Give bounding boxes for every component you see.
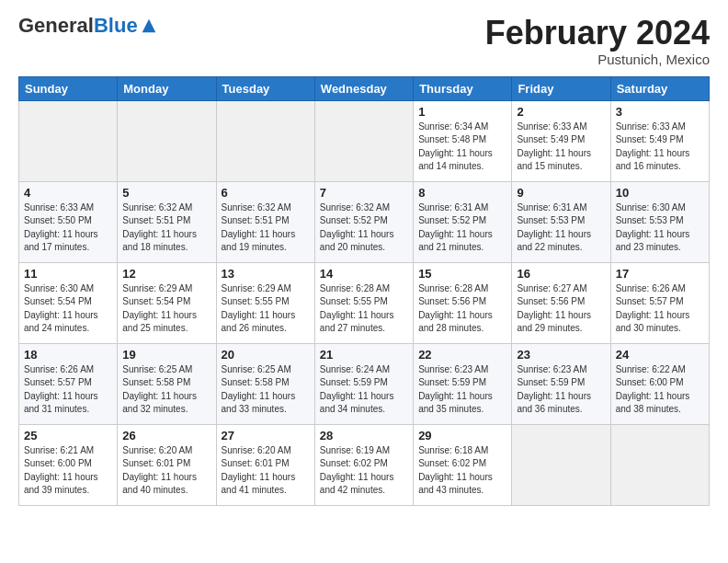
- day-info: Sunrise: 6:30 AM Sunset: 5:54 PM Dayligh…: [24, 282, 112, 336]
- day-number: 6: [222, 186, 310, 200]
- weekday-header-saturday: Saturday: [610, 76, 709, 100]
- day-number: 25: [24, 429, 112, 442]
- day-number: 19: [122, 348, 210, 362]
- calendar-cell: 3Sunrise: 6:33 AM Sunset: 5:49 PM Daylig…: [610, 100, 709, 181]
- day-number: 23: [517, 348, 605, 362]
- day-info: Sunrise: 6:32 AM Sunset: 5:52 PM Dayligh…: [320, 201, 408, 255]
- day-info: Sunrise: 6:33 AM Sunset: 5:50 PM Dayligh…: [24, 201, 112, 255]
- day-number: 20: [222, 348, 310, 362]
- calendar-header-row: SundayMondayTuesdayWednesdayThursdayFrid…: [19, 76, 710, 100]
- logo: GeneralBlue: [18, 15, 159, 37]
- day-number: 28: [320, 429, 408, 442]
- day-info: Sunrise: 6:28 AM Sunset: 5:56 PM Dayligh…: [418, 282, 506, 336]
- calendar-cell: 9Sunrise: 6:31 AM Sunset: 5:53 PM Daylig…: [512, 181, 610, 262]
- weekday-header-wednesday: Wednesday: [314, 76, 413, 100]
- day-info: Sunrise: 6:32 AM Sunset: 5:51 PM Dayligh…: [222, 201, 310, 255]
- day-info: Sunrise: 6:21 AM Sunset: 6:00 PM Dayligh…: [24, 444, 112, 498]
- calendar-cell: [512, 424, 610, 505]
- calendar-week-3: 11Sunrise: 6:30 AM Sunset: 5:54 PM Dayli…: [19, 262, 710, 343]
- day-info: Sunrise: 6:25 AM Sunset: 5:58 PM Dayligh…: [222, 363, 310, 417]
- calendar-cell: 1Sunrise: 6:34 AM Sunset: 5:48 PM Daylig…: [414, 100, 512, 181]
- page: GeneralBlue February 2024 Pustunich, Mex…: [0, 0, 728, 515]
- day-info: Sunrise: 6:23 AM Sunset: 5:59 PM Dayligh…: [517, 363, 605, 417]
- logo-icon: [139, 16, 159, 36]
- day-info: Sunrise: 6:31 AM Sunset: 5:52 PM Dayligh…: [418, 201, 506, 255]
- day-number: 15: [418, 267, 506, 281]
- day-info: Sunrise: 6:30 AM Sunset: 5:53 PM Dayligh…: [616, 201, 704, 255]
- day-number: 29: [418, 429, 506, 442]
- calendar-cell: 26Sunrise: 6:20 AM Sunset: 6:01 PM Dayli…: [118, 424, 216, 505]
- calendar-cell: 10Sunrise: 6:30 AM Sunset: 5:53 PM Dayli…: [610, 181, 709, 262]
- day-number: 8: [418, 186, 506, 200]
- calendar-cell: 20Sunrise: 6:25 AM Sunset: 5:58 PM Dayli…: [216, 343, 314, 424]
- weekday-header-monday: Monday: [118, 76, 216, 100]
- day-info: Sunrise: 6:23 AM Sunset: 5:59 PM Dayligh…: [418, 363, 506, 417]
- day-number: 21: [320, 348, 408, 362]
- day-info: Sunrise: 6:33 AM Sunset: 5:49 PM Dayligh…: [517, 121, 605, 174]
- day-number: 26: [122, 429, 210, 442]
- svg-marker-0: [142, 19, 155, 33]
- day-number: 13: [222, 267, 310, 281]
- day-number: 4: [24, 186, 112, 200]
- day-number: 17: [616, 267, 704, 281]
- day-number: 24: [616, 348, 704, 362]
- calendar-cell: 16Sunrise: 6:27 AM Sunset: 5:56 PM Dayli…: [512, 262, 610, 343]
- calendar-cell: 17Sunrise: 6:26 AM Sunset: 5:57 PM Dayli…: [610, 262, 709, 343]
- calendar-cell: 6Sunrise: 6:32 AM Sunset: 5:51 PM Daylig…: [216, 181, 314, 262]
- calendar-table: SundayMondayTuesdayWednesdayThursdayFrid…: [18, 76, 710, 506]
- calendar-cell: 25Sunrise: 6:21 AM Sunset: 6:00 PM Dayli…: [19, 424, 118, 505]
- calendar-cell: 29Sunrise: 6:18 AM Sunset: 6:02 PM Dayli…: [414, 424, 512, 505]
- calendar-cell: 23Sunrise: 6:23 AM Sunset: 5:59 PM Dayli…: [512, 343, 610, 424]
- day-info: Sunrise: 6:26 AM Sunset: 5:57 PM Dayligh…: [24, 363, 112, 417]
- calendar-week-2: 4Sunrise: 6:33 AM Sunset: 5:50 PM Daylig…: [19, 181, 710, 262]
- day-info: Sunrise: 6:24 AM Sunset: 5:59 PM Dayligh…: [320, 363, 408, 417]
- calendar-cell: 21Sunrise: 6:24 AM Sunset: 5:59 PM Dayli…: [314, 343, 413, 424]
- calendar-cell: 22Sunrise: 6:23 AM Sunset: 5:59 PM Dayli…: [414, 343, 512, 424]
- day-number: 2: [517, 105, 605, 119]
- calendar-cell: 14Sunrise: 6:28 AM Sunset: 5:55 PM Dayli…: [314, 262, 413, 343]
- calendar-cell: 2Sunrise: 6:33 AM Sunset: 5:49 PM Daylig…: [512, 100, 610, 181]
- calendar-cell: 15Sunrise: 6:28 AM Sunset: 5:56 PM Dayli…: [414, 262, 512, 343]
- header: GeneralBlue February 2024 Pustunich, Mex…: [18, 15, 710, 67]
- calendar-cell: 19Sunrise: 6:25 AM Sunset: 5:58 PM Dayli…: [118, 343, 216, 424]
- calendar-cell: [19, 100, 118, 181]
- calendar-week-1: 1Sunrise: 6:34 AM Sunset: 5:48 PM Daylig…: [19, 100, 710, 181]
- title-block: February 2024 Pustunich, Mexico: [485, 15, 710, 67]
- day-number: 1: [418, 105, 506, 119]
- calendar-week-5: 25Sunrise: 6:21 AM Sunset: 6:00 PM Dayli…: [19, 424, 710, 505]
- day-number: 7: [320, 186, 408, 200]
- weekday-header-sunday: Sunday: [19, 76, 118, 100]
- day-info: Sunrise: 6:18 AM Sunset: 6:02 PM Dayligh…: [418, 444, 506, 498]
- logo-general: GeneralBlue: [18, 15, 138, 37]
- day-number: 3: [616, 105, 704, 119]
- day-number: 9: [517, 186, 605, 200]
- day-info: Sunrise: 6:29 AM Sunset: 5:54 PM Dayligh…: [122, 282, 210, 336]
- calendar-cell: 24Sunrise: 6:22 AM Sunset: 6:00 PM Dayli…: [610, 343, 709, 424]
- day-info: Sunrise: 6:29 AM Sunset: 5:55 PM Dayligh…: [222, 282, 310, 336]
- day-number: 22: [418, 348, 506, 362]
- day-number: 11: [24, 267, 112, 281]
- day-info: Sunrise: 6:31 AM Sunset: 5:53 PM Dayligh…: [517, 201, 605, 255]
- calendar-cell: 27Sunrise: 6:20 AM Sunset: 6:01 PM Dayli…: [216, 424, 314, 505]
- calendar-cell: 12Sunrise: 6:29 AM Sunset: 5:54 PM Dayli…: [118, 262, 216, 343]
- day-info: Sunrise: 6:25 AM Sunset: 5:58 PM Dayligh…: [122, 363, 210, 417]
- day-number: 27: [222, 429, 310, 442]
- day-info: Sunrise: 6:33 AM Sunset: 5:49 PM Dayligh…: [616, 121, 704, 174]
- day-info: Sunrise: 6:32 AM Sunset: 5:51 PM Dayligh…: [122, 201, 210, 255]
- day-info: Sunrise: 6:34 AM Sunset: 5:48 PM Dayligh…: [418, 121, 506, 174]
- day-info: Sunrise: 6:19 AM Sunset: 6:02 PM Dayligh…: [320, 444, 408, 498]
- day-number: 10: [616, 186, 704, 200]
- day-number: 14: [320, 267, 408, 281]
- calendar-cell: 18Sunrise: 6:26 AM Sunset: 5:57 PM Dayli…: [19, 343, 118, 424]
- day-number: 18: [24, 348, 112, 362]
- day-info: Sunrise: 6:28 AM Sunset: 5:55 PM Dayligh…: [320, 282, 408, 336]
- calendar-cell: 5Sunrise: 6:32 AM Sunset: 5:51 PM Daylig…: [118, 181, 216, 262]
- calendar-cell: 13Sunrise: 6:29 AM Sunset: 5:55 PM Dayli…: [216, 262, 314, 343]
- day-info: Sunrise: 6:22 AM Sunset: 6:00 PM Dayligh…: [616, 363, 704, 417]
- calendar-cell: 11Sunrise: 6:30 AM Sunset: 5:54 PM Dayli…: [19, 262, 118, 343]
- calendar-cell: [118, 100, 216, 181]
- day-info: Sunrise: 6:26 AM Sunset: 5:57 PM Dayligh…: [616, 282, 704, 336]
- calendar-cell: [216, 100, 314, 181]
- day-info: Sunrise: 6:20 AM Sunset: 6:01 PM Dayligh…: [122, 444, 210, 498]
- weekday-header-thursday: Thursday: [414, 76, 512, 100]
